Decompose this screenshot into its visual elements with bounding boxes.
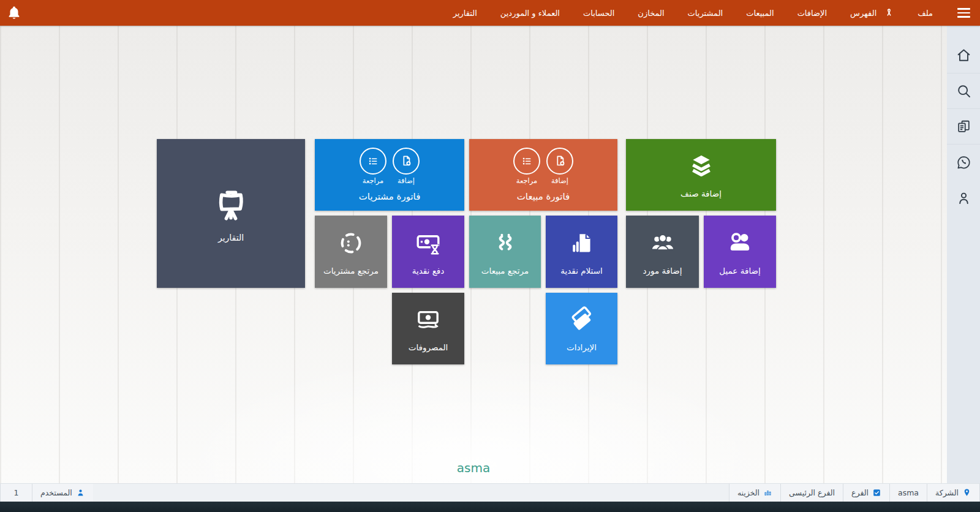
presentation-easel-icon — [209, 185, 252, 230]
sync-dashed-icon — [336, 228, 366, 260]
tile-purchase-return[interactable]: مرتجع مشتريات — [315, 216, 387, 288]
company-name-note: asma — [0, 461, 947, 475]
checkbox-icon — [872, 488, 881, 497]
tile-title: فاتورة مبيعات — [517, 191, 570, 202]
add-label: إضافة — [398, 176, 415, 185]
tile-expenses[interactable]: المصروفات — [392, 293, 464, 364]
notifications-bell-icon[interactable] — [6, 5, 22, 21]
menu-item-file[interactable]: ملف — [918, 9, 933, 18]
hamburger-menu-icon[interactable] — [956, 6, 971, 20]
tile-label: إضافة مورد — [643, 266, 682, 276]
tile-add-supplier[interactable]: إضافة مورد — [626, 216, 699, 288]
home-icon[interactable] — [947, 38, 980, 73]
tile-sales-return[interactable]: مرتجع مبيعات — [469, 216, 541, 288]
tile-cash-receipt[interactable]: استلام نقدية — [546, 216, 617, 288]
user-icon[interactable] — [947, 180, 980, 216]
tile-purchase-invoice: إضافة مراجعة فاتورة مشتريات — [315, 139, 464, 211]
add-invoice-icon[interactable] — [546, 148, 573, 175]
status-left-group: المستخدم 1 — [0, 484, 93, 502]
statusbar: الشركة asma الفرع الفرع الرئيسى — [0, 483, 980, 502]
tile-label: التقارير — [218, 233, 244, 243]
tile-reports[interactable]: التقارير — [157, 139, 305, 288]
tile-label: إضافة عميل — [719, 266, 760, 276]
menu-item-purchases[interactable]: المشتريات — [688, 9, 723, 18]
banknote-hourglass-icon — [413, 228, 443, 260]
menu-item-customers-suppliers[interactable]: العملاء و الموردين — [500, 9, 560, 18]
tile-label: المصروفات — [409, 342, 448, 352]
ribbon-icon — [884, 7, 894, 19]
menu-item-addons[interactable]: الإضافات — [797, 9, 827, 18]
topbar: ملف الفهرس الإضافات المبيعات المشتريات ا… — [0, 0, 980, 26]
tile-label: إضافة صنف — [680, 189, 722, 198]
whatsapp-icon[interactable] — [947, 145, 980, 180]
status-user[interactable]: المستخدم — [32, 484, 93, 502]
tile-revenues[interactable]: الإيرادات — [546, 293, 617, 364]
tile-title: فاتورة مشتريات — [359, 191, 421, 202]
layers-icon — [687, 151, 716, 183]
branch-label: الفرع — [851, 488, 869, 497]
search-icon[interactable] — [947, 73, 980, 109]
status-company[interactable]: الشركة — [927, 484, 980, 502]
tile-label: مرتجع مشتريات — [323, 266, 379, 276]
status-company-value[interactable]: asma — [889, 484, 927, 502]
status-right-group: الشركة asma الفرع الفرع الرئيسى — [729, 484, 980, 502]
app-window: ملف الفهرس الإضافات المبيعات المشتريات ا… — [0, 0, 980, 512]
add-user-icon — [725, 228, 755, 260]
tile-sales-invoice: إضافة مراجعة فاتورة مبيعات — [469, 139, 617, 211]
tile-label: مرتجع مبيعات — [481, 266, 529, 276]
add-label: إضافة — [551, 176, 568, 185]
review-label: مراجعة — [516, 176, 538, 185]
copy-documents-icon[interactable] — [947, 109, 980, 145]
menu-item-reports[interactable]: التقارير — [453, 9, 477, 18]
waves-icon — [491, 228, 520, 260]
dashboard-canvas: التقارير إضافة — [0, 26, 947, 483]
review-label: مراجعة — [363, 176, 384, 185]
location-pin-icon — [962, 488, 971, 497]
tile-label: الإيرادات — [567, 342, 597, 352]
company-label: الشركة — [935, 488, 959, 497]
menu-item-accounts[interactable]: الحسابات — [583, 9, 614, 18]
treasury-label: الخزينه — [737, 488, 760, 497]
review-list-icon[interactable] — [513, 148, 540, 175]
status-branch-value[interactable]: الفرع الرئيسى — [780, 484, 843, 502]
user-label: المستخدم — [40, 488, 72, 497]
status-user-count: 1 — [0, 484, 32, 502]
menu-item-index[interactable]: الفهرس — [850, 9, 876, 18]
cash-banknote-icon — [413, 305, 443, 337]
tile-label: دفع نقدية — [412, 266, 445, 276]
review-list-icon[interactable] — [360, 148, 386, 175]
group-people-icon — [648, 228, 677, 260]
bottom-dark-strip — [0, 502, 980, 512]
tile-label: استلام نقدية — [560, 266, 603, 276]
cards-tag-icon — [567, 305, 597, 337]
menu-item-warehouses[interactable]: المخازن — [638, 9, 664, 18]
tile-add-item[interactable]: إضافة صنف — [626, 139, 776, 211]
add-invoice-icon[interactable] — [393, 148, 420, 175]
documents-icon — [567, 228, 597, 260]
tile-add-customer[interactable]: إضافة عميل — [704, 216, 776, 288]
coins-stack-icon — [763, 488, 772, 497]
status-branch[interactable]: الفرع — [843, 484, 889, 502]
person-icon — [76, 488, 85, 497]
menu-item-sales[interactable]: المبيعات — [746, 9, 774, 18]
status-treasury[interactable]: الخزينه — [729, 484, 780, 502]
right-icon-rail — [947, 26, 980, 483]
tile-cash-payment[interactable]: دفع نقدية — [392, 216, 464, 288]
main-menu: ملف الفهرس الإضافات المبيعات المشتريات ا… — [453, 6, 971, 20]
